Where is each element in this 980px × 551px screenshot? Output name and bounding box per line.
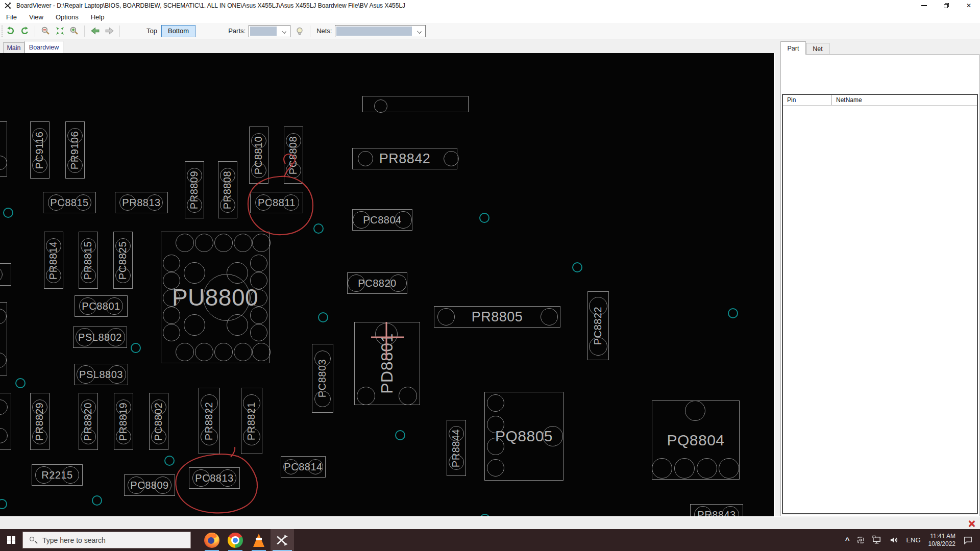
start-button[interactable] bbox=[0, 529, 22, 551]
pad bbox=[219, 469, 236, 487]
board-canvas[interactable]: PC9116PR9106PC8810PC8808PR8809PR8808PC88… bbox=[0, 53, 774, 516]
pad bbox=[151, 399, 166, 415]
taskbar-search[interactable] bbox=[22, 532, 191, 548]
red-close-icon[interactable]: ✕ bbox=[968, 518, 976, 530]
pad bbox=[195, 234, 213, 252]
via bbox=[318, 312, 328, 322]
pad bbox=[146, 194, 163, 211]
via bbox=[0, 499, 7, 509]
menu-help[interactable]: Help bbox=[85, 11, 111, 23]
fit-screen-icon[interactable] bbox=[54, 25, 66, 37]
firefox-icon bbox=[204, 533, 219, 548]
pad bbox=[348, 274, 365, 292]
nets-label: Nets: bbox=[316, 27, 332, 35]
pad bbox=[32, 128, 47, 143]
pad bbox=[685, 400, 705, 421]
zoom-in-icon[interactable] bbox=[68, 25, 80, 37]
panel-tab-net[interactable]: Net bbox=[806, 43, 829, 55]
pad bbox=[252, 343, 271, 361]
tray-network-icon[interactable] bbox=[869, 535, 886, 545]
component-label: PQ8804 bbox=[667, 432, 724, 449]
pad bbox=[250, 324, 267, 341]
pad bbox=[283, 459, 299, 474]
pad bbox=[151, 429, 166, 444]
minimize-button[interactable] bbox=[913, 0, 935, 11]
pad bbox=[46, 238, 61, 254]
tab-boardview[interactable]: Boardview bbox=[24, 41, 63, 53]
pad bbox=[719, 458, 739, 479]
pad bbox=[46, 268, 61, 283]
zoom-out-icon[interactable] bbox=[39, 25, 52, 37]
parts-combobox[interactable] bbox=[249, 25, 290, 37]
pad bbox=[251, 163, 266, 178]
pad bbox=[81, 429, 96, 444]
close-button[interactable]: ✕ bbox=[958, 0, 980, 11]
rotate-left-icon[interactable] bbox=[4, 25, 16, 37]
via bbox=[15, 378, 26, 388]
tray-date: 10/8/2022 bbox=[928, 540, 955, 548]
pad bbox=[201, 394, 218, 412]
side-panel: Part Net Pin NetName bbox=[780, 39, 980, 516]
taskbar-boardviewer[interactable] bbox=[271, 529, 294, 551]
pad bbox=[106, 297, 123, 315]
chrome-icon bbox=[228, 533, 243, 548]
rotate-right-icon[interactable] bbox=[18, 25, 31, 37]
pad bbox=[176, 343, 194, 361]
pad bbox=[357, 387, 375, 405]
column-header-netname[interactable]: NetName bbox=[832, 95, 977, 105]
pad bbox=[389, 274, 407, 292]
tab-main[interactable]: Main bbox=[3, 42, 24, 53]
pad bbox=[81, 399, 96, 415]
pad bbox=[543, 426, 563, 446]
taskbar-vlc[interactable] bbox=[247, 529, 271, 551]
via bbox=[131, 343, 141, 353]
menu-file[interactable]: File bbox=[0, 11, 23, 23]
pad bbox=[192, 469, 210, 487]
pad bbox=[32, 158, 47, 173]
pad bbox=[62, 466, 79, 484]
restore-button[interactable] bbox=[935, 0, 958, 11]
lightbulb-icon[interactable] bbox=[293, 25, 306, 37]
search-input[interactable] bbox=[41, 536, 174, 545]
pad bbox=[487, 416, 504, 433]
pad bbox=[203, 274, 250, 321]
panel-content: Pin NetName bbox=[780, 54, 979, 516]
top-label[interactable]: Top bbox=[146, 27, 157, 35]
pad bbox=[108, 365, 126, 384]
menu-options[interactable]: Options bbox=[50, 11, 85, 23]
tray-clock[interactable]: 11:41 AM 10/8/2022 bbox=[924, 533, 960, 548]
pad bbox=[214, 234, 233, 252]
next-icon[interactable] bbox=[103, 25, 115, 37]
panel-splitter[interactable] bbox=[774, 53, 780, 516]
taskbar-chrome[interactable] bbox=[224, 529, 247, 551]
vlc-icon bbox=[253, 534, 264, 547]
tray-app-icon[interactable] bbox=[853, 536, 869, 544]
pad bbox=[184, 262, 205, 284]
prev-icon[interactable] bbox=[89, 25, 101, 37]
pin-net-table[interactable]: Pin NetName bbox=[782, 94, 978, 514]
pad bbox=[154, 477, 172, 494]
bottom-button[interactable]: Bottom bbox=[161, 25, 195, 37]
tray-volume-icon[interactable] bbox=[886, 535, 902, 545]
panel-tab-part[interactable]: Part bbox=[780, 41, 806, 55]
toolbar: Top Bottom Parts: Nets: bbox=[0, 23, 980, 39]
pad bbox=[163, 307, 180, 324]
pad bbox=[32, 399, 47, 415]
column-header-pin[interactable]: Pin bbox=[783, 95, 832, 105]
pad bbox=[220, 197, 235, 213]
menu-view[interactable]: View bbox=[23, 11, 50, 23]
pad bbox=[163, 272, 180, 289]
taskbar-firefox[interactable] bbox=[200, 529, 224, 551]
action-center-icon[interactable] bbox=[960, 535, 980, 545]
pad bbox=[444, 151, 459, 166]
tray-chevron-icon[interactable]: ^ bbox=[842, 536, 853, 544]
nets-combobox[interactable] bbox=[335, 25, 426, 37]
chevron-down-icon bbox=[282, 29, 286, 34]
pad bbox=[375, 323, 398, 345]
pad bbox=[652, 458, 672, 479]
pad bbox=[115, 238, 131, 254]
pad bbox=[234, 343, 252, 361]
pad bbox=[234, 234, 252, 252]
pad bbox=[541, 308, 558, 325]
tray-language[interactable]: ENG bbox=[902, 536, 924, 544]
